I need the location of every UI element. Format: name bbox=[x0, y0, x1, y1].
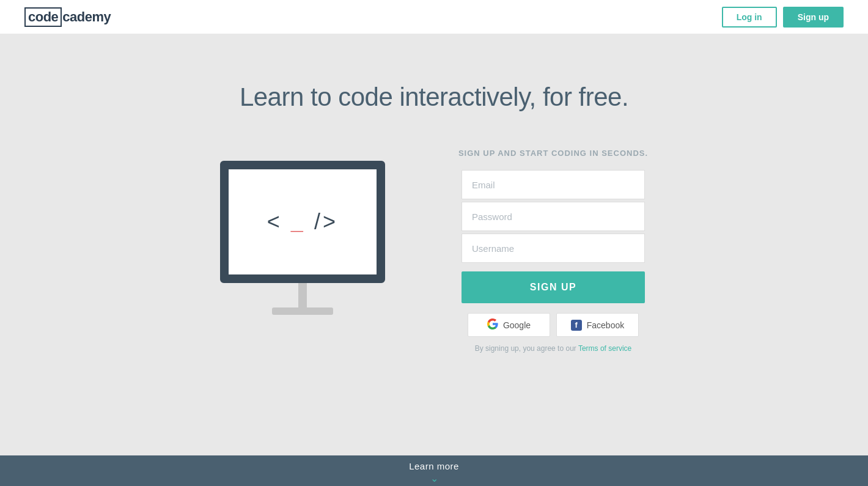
username-input[interactable] bbox=[462, 234, 645, 263]
header: codecademy Log in Sign up bbox=[0, 0, 868, 34]
monitor-base bbox=[272, 307, 333, 315]
facebook-signup-button[interactable]: f Facebook bbox=[556, 313, 639, 337]
google-label: Google bbox=[503, 320, 531, 330]
tos-link[interactable]: Terms of service bbox=[578, 344, 631, 353]
logo-academy-part: cademy bbox=[62, 9, 111, 24]
signup-main-button[interactable]: SIGN UP bbox=[462, 271, 645, 303]
hero-title: Learn to code interactively, for free. bbox=[240, 83, 628, 112]
facebook-label: Facebook bbox=[587, 320, 624, 330]
login-button[interactable]: Log in bbox=[722, 7, 777, 28]
monitor-code-display: < _ /> bbox=[267, 209, 338, 235]
chevron-down-icon: ⌄ bbox=[430, 473, 438, 484]
content-area: < _ /> SIGN UP AND START CODING IN SECON… bbox=[98, 149, 770, 353]
email-input[interactable] bbox=[462, 170, 645, 199]
logo: codecademy bbox=[24, 7, 111, 27]
monitor-illustration: < _ /> bbox=[220, 161, 385, 315]
facebook-icon: f bbox=[571, 320, 582, 331]
footer-banner[interactable]: Learn more ⌄ bbox=[0, 455, 868, 486]
signup-nav-button[interactable]: Sign up bbox=[783, 7, 844, 28]
tos-text: By signing up, you agree to our Terms of… bbox=[475, 344, 632, 353]
logo-code-part: code bbox=[24, 7, 62, 27]
google-icon bbox=[487, 318, 498, 331]
password-input[interactable] bbox=[462, 202, 645, 231]
monitor-stand bbox=[298, 283, 307, 307]
social-buttons-group: Google f Facebook bbox=[468, 313, 639, 337]
signup-form-section: SIGN UP AND START CODING IN SECONDS. SIG… bbox=[458, 149, 648, 353]
signup-subtitle: SIGN UP AND START CODING IN SECONDS. bbox=[458, 149, 648, 158]
cursor-icon: _ bbox=[291, 209, 306, 234]
monitor-screen: < _ /> bbox=[220, 161, 385, 283]
main-content: Learn to code interactively, for free. <… bbox=[0, 34, 868, 455]
header-nav: Log in Sign up bbox=[722, 7, 844, 28]
learn-more-text: Learn more bbox=[409, 461, 459, 471]
google-signup-button[interactable]: Google bbox=[468, 313, 550, 337]
